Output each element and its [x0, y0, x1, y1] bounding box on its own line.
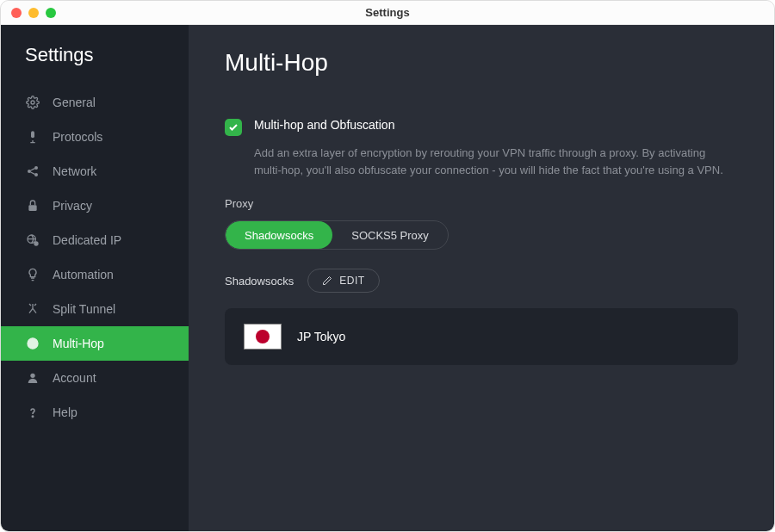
- close-window-button[interactable]: [11, 8, 22, 18]
- share-icon: [25, 164, 40, 179]
- mic-icon: [25, 129, 40, 145]
- sidebar-item-label: Privacy: [53, 199, 92, 213]
- sidebar-item-label: Help: [53, 405, 78, 419]
- sidebar-item-multi-hop[interactable]: Multi-Hop: [1, 326, 189, 361]
- svg-point-9: [30, 374, 34, 378]
- svg-point-4: [34, 173, 38, 176]
- lock-icon: [25, 198, 40, 213]
- proxy-option-socks5[interactable]: SOCKS5 Proxy: [332, 221, 448, 249]
- svg-point-3: [34, 166, 38, 170]
- svg-point-0: [31, 101, 34, 104]
- svg-point-2: [28, 170, 31, 173]
- sidebar-item-help[interactable]: Help: [1, 395, 189, 430]
- page-title: Multi-Hop: [225, 49, 738, 77]
- multihop-checkbox[interactable]: [225, 119, 242, 136]
- multihop-option-label: Multi-hop and Obfuscation: [254, 118, 394, 132]
- svg-rect-5: [28, 205, 36, 211]
- split-icon: [25, 301, 40, 317]
- sidebar-item-network[interactable]: Network: [1, 154, 189, 189]
- sidebar-item-label: Split Tunnel: [53, 302, 115, 316]
- svg-rect-1: [31, 131, 34, 138]
- main-content: Multi-Hop Multi-hop and Obfuscation Add …: [189, 25, 774, 532]
- sidebar-title: Settings: [1, 44, 189, 85]
- svg-point-10: [32, 416, 33, 417]
- pencil-icon: [322, 275, 332, 286]
- window-titlebar: Settings: [1, 1, 774, 25]
- shadowsocks-server-card[interactable]: JP Tokyo: [225, 308, 738, 365]
- sidebar-item-label: Multi-Hop: [53, 337, 104, 350]
- traffic-lights: [11, 8, 56, 18]
- multihop-option-description: Add an extra layer of encryption by rero…: [225, 145, 724, 178]
- sidebar-item-dedicated-ip[interactable]: Dedicated IP: [1, 223, 189, 257]
- flag-jp-icon: [244, 324, 282, 350]
- globe-pin-icon: [25, 232, 40, 248]
- sidebar: Settings General Protocols Network Priva…: [1, 25, 189, 532]
- sidebar-item-split-tunnel[interactable]: Split Tunnel: [1, 292, 189, 326]
- bulb-icon: [25, 267, 40, 282]
- minimize-window-button[interactable]: [28, 8, 39, 18]
- shadowsocks-row: Shadowsocks EDIT: [225, 269, 738, 293]
- window-title: Settings: [1, 6, 774, 19]
- sidebar-item-label: General: [53, 96, 96, 109]
- sidebar-item-automation[interactable]: Automation: [1, 257, 189, 292]
- person-icon: [25, 370, 40, 386]
- edit-shadowsocks-button[interactable]: EDIT: [307, 269, 379, 293]
- proxy-section-label: Proxy: [225, 197, 738, 210]
- globe-icon: [25, 336, 40, 351]
- gear-icon: [25, 95, 40, 110]
- shadowsocks-label: Shadowsocks: [225, 275, 294, 288]
- help-icon: [25, 405, 40, 420]
- maximize-window-button[interactable]: [46, 8, 56, 18]
- sidebar-item-label: Account: [53, 371, 96, 385]
- sidebar-item-label: Network: [53, 164, 96, 178]
- edit-button-label: EDIT: [339, 275, 364, 287]
- sidebar-item-protocols[interactable]: Protocols: [1, 120, 189, 154]
- sidebar-item-account[interactable]: Account: [1, 361, 189, 395]
- proxy-option-shadowsocks[interactable]: Shadowsocks: [226, 221, 332, 249]
- server-name: JP Tokyo: [297, 330, 345, 343]
- svg-point-7: [34, 242, 38, 245]
- sidebar-item-privacy[interactable]: Privacy: [1, 189, 189, 223]
- sidebar-item-label: Protocols: [53, 130, 102, 144]
- sidebar-item-label: Dedicated IP: [53, 233, 121, 247]
- proxy-segmented-control: Shadowsocks SOCKS5 Proxy: [225, 220, 449, 250]
- sidebar-item-general[interactable]: General: [1, 85, 189, 120]
- sidebar-item-label: Automation: [53, 268, 114, 281]
- multihop-option-row: Multi-hop and Obfuscation: [225, 118, 738, 136]
